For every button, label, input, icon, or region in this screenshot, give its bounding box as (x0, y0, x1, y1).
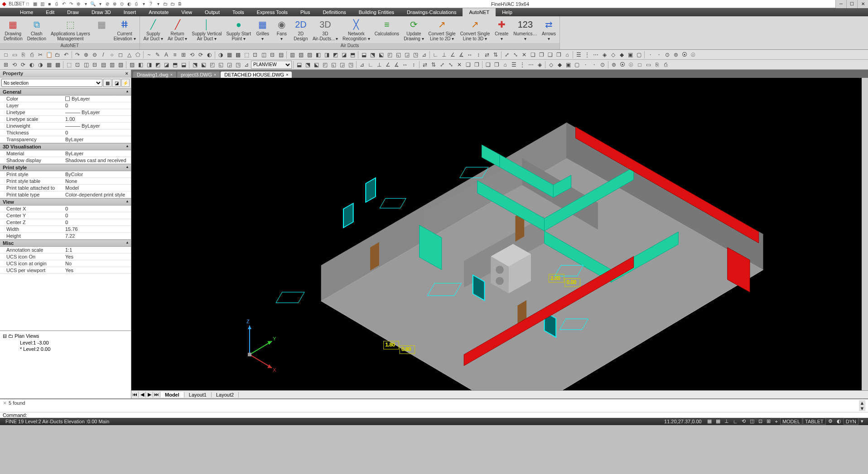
toolbar-button[interactable]: ▧ (116, 61, 125, 69)
close-button[interactable]: ✕ (857, 0, 868, 8)
toolbar-button[interactable]: △ (125, 51, 133, 59)
toolbar-button[interactable]: ⦾ (689, 51, 697, 59)
toolbar-button[interactable]: ◱ (217, 61, 225, 69)
prop-row[interactable]: Print styleByColor (0, 171, 131, 178)
toolbar-button[interactable]: ⬝ (590, 61, 598, 69)
toolbar-button[interactable]: ⦿ (618, 61, 627, 69)
prop-row[interactable]: ColorByLayer (0, 96, 131, 102)
toolbar-button[interactable]: ⇅ (492, 51, 500, 59)
property-grid[interactable]: General▴ColorByLayerLayer0Linetype——— By… (0, 88, 131, 330)
prop-btn-2-icon[interactable]: ◪ (112, 79, 121, 87)
qat-button-8[interactable]: ↷ (68, 1, 74, 7)
toolbar-button[interactable]: ⟲ (188, 51, 196, 59)
toolbar-button[interactable]: ⊿ (358, 61, 366, 69)
prop-row[interactable]: TransparencyByLayer (0, 136, 131, 143)
menu-insert[interactable]: Insert (117, 8, 143, 16)
tab-close-icon[interactable]: × (286, 72, 288, 77)
toolbar-button[interactable]: ⊡ (251, 51, 259, 59)
qat-button-22[interactable]: 🗀 (169, 1, 176, 7)
command-input[interactable] (30, 412, 865, 418)
toolbar-button[interactable]: ∡ (457, 51, 465, 59)
qat-button-9[interactable]: ⊕ (75, 1, 82, 7)
doc-tab[interactable]: DETACHED HOUSE.DWG× (221, 72, 292, 78)
menu-building-entities[interactable]: Building Entities (352, 8, 400, 16)
3d-view[interactable]: 1.80 0.60 2.00 0.00 Z Y X (131, 78, 868, 390)
menu-edit[interactable]: Edit (39, 8, 61, 16)
ribbon-convert-sigle[interactable]: ↗Convert Sigle Line to 2D ▾ (427, 17, 458, 43)
menu-draw[interactable]: Draw (61, 8, 85, 16)
prop-row[interactable]: Center Y0 (0, 212, 131, 219)
toolbar-button[interactable]: ↕ (474, 51, 482, 59)
toolbar-button[interactable]: ⊟ (268, 51, 276, 59)
ribbon-grilles[interactable]: ▦Grilles ▾ (254, 17, 272, 43)
toolbar-button[interactable]: ∠ (448, 51, 457, 59)
toolbar-button[interactable]: ↷ (73, 51, 82, 59)
toolbar-button[interactable]: ▢ (573, 61, 581, 69)
toolbar-button[interactable]: ⬓ (295, 61, 303, 69)
toolbar-button[interactable]: ⬔ (191, 61, 199, 69)
prop-row[interactable]: Annotation scale1:1 (0, 247, 131, 254)
toolbar-button[interactable]: ▥ (108, 61, 116, 69)
toolbar-button[interactable]: ⤢ (503, 51, 511, 59)
qat-button-5[interactable]: ■ (46, 1, 53, 7)
qat-button-10[interactable]: ▾ (82, 1, 89, 7)
ribbon-numerics-[interactable]: 123Numerics… ▾ (511, 17, 539, 43)
prop-row[interactable]: Height7.22 (0, 233, 131, 239)
toolbar-button[interactable]: ◱ (329, 61, 338, 69)
toolbar-button[interactable]: ⬞ (581, 61, 589, 69)
status-button-11[interactable]: ⚙ (826, 418, 834, 425)
toolbar-button[interactable]: ▣ (626, 51, 634, 59)
toolbar-button[interactable]: ◨ (145, 61, 153, 69)
prop-btn-1-icon[interactable]: ▦ (103, 79, 111, 87)
toolbar-button[interactable]: ⎘ (653, 61, 661, 69)
qat-button-0[interactable]: BLD (10, 1, 16, 7)
plan-views-tree[interactable]: ⊟ 🗀 Plan Views Level:1 -3.00 * Level:2 0… (0, 330, 131, 398)
toolbar-button[interactable]: ❒ (492, 61, 501, 69)
ribbon-current[interactable]: ⵌCurrent Elevation ▾ (112, 17, 138, 43)
drawing-canvas[interactable]: 1.80 0.60 2.00 0.00 Z Y X (131, 78, 868, 390)
qat-button-21[interactable]: 🗀 (162, 1, 169, 7)
command-history[interactable]: ⨯ 5 found ▲▼ (0, 399, 868, 412)
maximize-button[interactable]: ☐ (846, 0, 857, 8)
ribbon-fans[interactable]: ◉Fans ▾ (273, 17, 291, 43)
qat-button-3[interactable]: ▦ (32, 1, 38, 7)
toolbar-button[interactable]: ⊙ (663, 51, 671, 59)
toolbar-button[interactable]: ◫ (82, 61, 90, 69)
prop-row[interactable]: Center X0 (0, 206, 131, 212)
toolbar-button[interactable]: ❏ (529, 51, 537, 59)
ribbon-btn[interactable]: ▦ (93, 17, 111, 43)
toolbar-button[interactable]: ❏ (464, 61, 472, 69)
toolbar-button[interactable]: ⬠ (134, 51, 142, 59)
toolbar-button[interactable]: ⤢ (438, 61, 446, 69)
status-button-4[interactable]: ⟲ (740, 418, 747, 425)
toolbar-button[interactable]: ∟ (366, 61, 375, 69)
toolbar-button[interactable]: ⟳ (19, 61, 27, 69)
toolbar-button[interactable]: ◳ (411, 51, 420, 59)
toolbar-button[interactable]: ✕ (455, 61, 463, 69)
toolbar-button[interactable]: ▧ (297, 51, 305, 59)
toolbar-button[interactable]: ◲ (403, 51, 411, 59)
qat-button-14[interactable]: ⊗ (111, 1, 118, 7)
toolbar-button[interactable]: ⊕ (82, 51, 90, 59)
toolbar-button[interactable]: ▢ (635, 51, 643, 59)
toolbar-button[interactable]: ⬚ (65, 61, 73, 69)
property-close-icon[interactable]: × (125, 71, 128, 76)
toolbar-button[interactable]: ⎙ (661, 61, 670, 69)
menu-plus[interactable]: Plus (294, 8, 316, 16)
toolbar-button[interactable]: 🗀 (53, 51, 62, 59)
menu-annotate[interactable]: Annotate (142, 8, 175, 16)
ribbon-arrows[interactable]: ⇄Arrows ▾ (540, 17, 558, 43)
toolbar-button[interactable]: ⇅ (429, 61, 438, 69)
menu-output[interactable]: Output (198, 8, 226, 16)
menu-definitions[interactable]: Definitions (316, 8, 352, 16)
toolbar-button[interactable]: ⟳ (197, 51, 205, 59)
toolbar-button[interactable]: ⋮ (518, 61, 526, 69)
toolbar-button[interactable]: ⊞ (2, 61, 10, 69)
toolbar-button[interactable]: ◐ (28, 61, 36, 69)
status-button-10[interactable]: TABLET (803, 418, 826, 425)
toolbar-button[interactable]: ⬕ (377, 51, 385, 59)
tree-item[interactable]: Level:1 -3.00 (2, 340, 129, 346)
toolbar-button[interactable]: ≡ (171, 51, 179, 59)
toolbar-button[interactable]: / (99, 51, 107, 59)
toolbar-button[interactable]: ⊟ (91, 61, 99, 69)
